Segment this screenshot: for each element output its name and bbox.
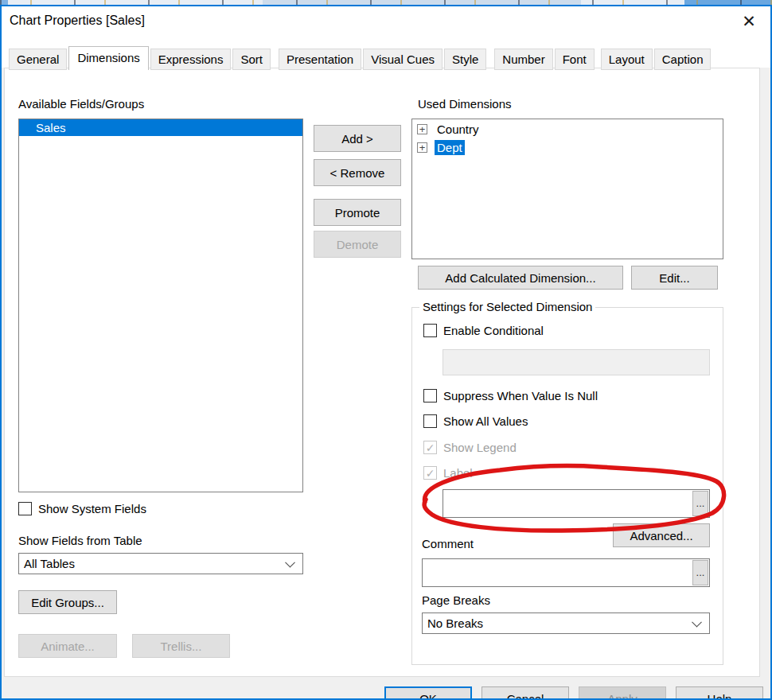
tab-caption[interactable]: Caption <box>654 49 712 70</box>
titlebar: Chart Properties [Sales] ✕ General Dimen… <box>2 6 770 68</box>
edit-groups-button[interactable]: Edit Groups... <box>18 590 117 614</box>
dialog-footer: OK Cancel Apply Help <box>2 679 770 700</box>
table-filter-dropdown[interactable]: All Tables <box>18 553 303 574</box>
checkmark-icon: ✓ <box>426 468 435 479</box>
label-row: ✓ Label <box>423 466 473 480</box>
cancel-button[interactable]: Cancel <box>482 686 569 700</box>
used-dimensions-label: Used Dimensions <box>418 97 512 111</box>
apply-button: Apply <box>579 686 666 700</box>
conditional-expression-input <box>443 349 710 375</box>
show-system-fields-checkbox[interactable] <box>18 502 32 515</box>
edit-button[interactable]: Edit... <box>631 266 718 290</box>
show-all-values-label: Show All Values <box>443 414 528 428</box>
add-button[interactable]: Add > <box>314 125 401 152</box>
tab-sort[interactable]: Sort <box>232 49 271 70</box>
trellis-button: Trellis... <box>132 634 230 658</box>
dialog-title: Chart Properties [Sales] <box>10 14 145 28</box>
show-system-fields-row: Show System Fields <box>18 502 146 515</box>
close-icon[interactable]: ✕ <box>739 11 759 32</box>
chart-properties-dialog: Chart Properties [Sales] ✕ General Dimen… <box>0 5 772 700</box>
suppress-null-checkbox[interactable] <box>423 389 437 402</box>
label-checkbox: ✓ <box>423 466 437 480</box>
label-checkbox-label: Label <box>443 466 473 480</box>
tab-number[interactable]: Number <box>494 49 552 70</box>
used-dimension-row-dept[interactable]: + Dept <box>412 139 723 156</box>
enable-conditional-label: Enable Conditional <box>443 324 544 337</box>
demote-button: Demote <box>314 231 401 258</box>
table-filter-value: All Tables <box>24 557 75 570</box>
checkmark-icon: ✓ <box>426 442 435 453</box>
available-fields-listbox[interactable]: Sales <box>18 119 303 492</box>
settings-groupbox-legend: Settings for Selected Dimension <box>419 300 595 313</box>
comment-input[interactable] <box>422 558 710 587</box>
show-all-values-row: Show All Values <box>423 414 528 428</box>
tab-presentation[interactable]: Presentation <box>279 49 361 70</box>
remove-button[interactable]: < Remove <box>314 159 401 186</box>
expand-plus-icon[interactable]: + <box>417 142 427 153</box>
expand-plus-icon[interactable]: + <box>417 124 427 134</box>
tab-bar: General Dimensions Expressions Sort Pres… <box>9 46 712 70</box>
settings-groupbox: Settings for Selected Dimension Enable C… <box>411 307 723 665</box>
tab-layout[interactable]: Layout <box>601 49 653 70</box>
tab-dimensions[interactable]: Dimensions <box>68 46 148 70</box>
promote-button[interactable]: Promote <box>314 199 401 226</box>
page-breaks-dropdown[interactable]: No Breaks <box>422 612 710 634</box>
tab-style[interactable]: Style <box>444 49 486 70</box>
page-breaks-value: No Breaks <box>427 616 483 630</box>
list-item-sales[interactable]: Sales <box>19 119 302 136</box>
label-ellipsis-button[interactable]: ... <box>692 491 708 516</box>
chevron-down-icon <box>285 557 295 567</box>
show-system-fields-label: Show System Fields <box>38 502 146 515</box>
help-button[interactable]: Help <box>676 686 763 700</box>
enable-conditional-checkbox[interactable] <box>423 324 437 337</box>
tab-general[interactable]: General <box>9 49 67 70</box>
page-breaks-label: Page Breaks <box>422 593 490 607</box>
show-legend-checkbox: ✓ <box>423 441 437 454</box>
chevron-down-icon <box>692 616 702 627</box>
add-calculated-dimension-button[interactable]: Add Calculated Dimension... <box>418 266 623 290</box>
list-item-label: Sales <box>19 121 66 134</box>
available-fields-label: Available Fields/Groups <box>18 97 144 111</box>
show-fields-from-table-label: Show Fields from Table <box>18 534 142 547</box>
suppress-null-row: Suppress When Value Is Null <box>423 389 598 402</box>
comment-label: Comment <box>422 537 474 550</box>
tab-font[interactable]: Font <box>555 49 595 70</box>
dimensions-tab-page: Available Fields/Groups Sales Show Syste… <box>4 68 760 677</box>
show-all-values-checkbox[interactable] <box>423 414 437 428</box>
tab-expressions[interactable]: Expressions <box>150 49 232 70</box>
used-dimensions-tree[interactable]: + Country + Dept <box>411 119 723 259</box>
suppress-null-label: Suppress When Value Is Null <box>443 389 598 402</box>
comment-ellipsis-button[interactable]: ... <box>692 560 708 585</box>
advanced-button[interactable]: Advanced... <box>613 523 710 547</box>
tab-visual-cues[interactable]: Visual Cues <box>363 49 443 70</box>
enable-conditional-row: Enable Conditional <box>423 324 544 337</box>
dimension-label: Dept <box>435 140 465 155</box>
show-legend-row: ✓ Show Legend <box>423 441 517 454</box>
animate-button: Animate... <box>18 634 117 658</box>
show-legend-label: Show Legend <box>443 441 517 454</box>
label-input[interactable] <box>443 489 710 518</box>
dimension-label: Country <box>435 122 482 137</box>
ok-button[interactable]: OK <box>384 686 472 700</box>
used-dimension-row-country[interactable]: + Country <box>412 121 723 138</box>
